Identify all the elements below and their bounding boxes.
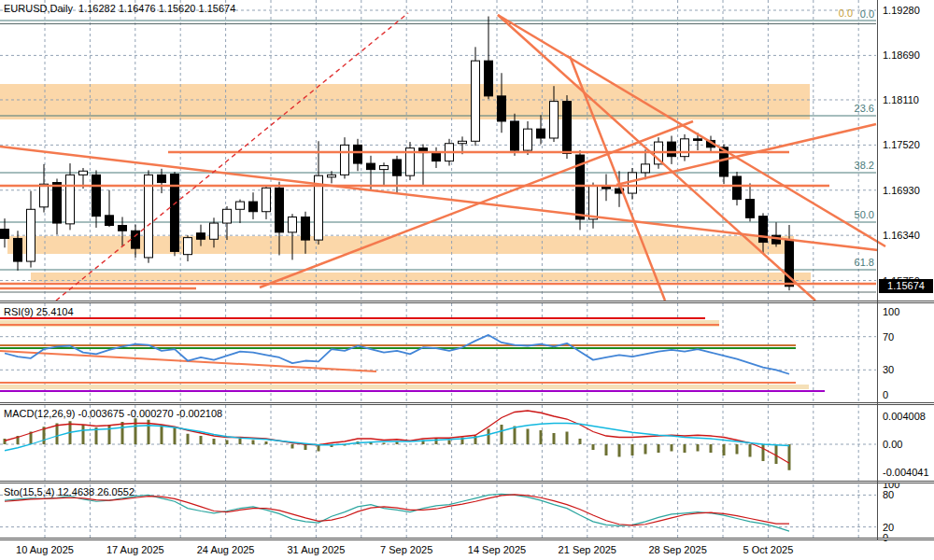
rsi-axis-tick: 100 <box>883 306 899 317</box>
sto-axis-tick: 20 <box>883 522 894 533</box>
price-axis-tick: 1.19280 <box>883 5 920 16</box>
fibonacci-level-label: 50.0 <box>855 209 874 220</box>
fibonacci-level-label: 0.0 <box>860 8 874 20</box>
symbol-ohlc-title: EURUSD,Daily 1.16282 1.16476 1.15620 1.1… <box>4 3 235 14</box>
panel-separator[interactable] <box>0 301 934 303</box>
rsi-indicator-label: RSI(9) 25.4104 <box>4 306 74 317</box>
price-axis-tick: 1.17520 <box>883 139 920 150</box>
date-axis-label: 24 Aug 2025 <box>197 544 255 555</box>
date-axis-label: 14 Sep 2025 <box>468 544 526 555</box>
fibonacci-level-label: 0.0 <box>839 7 853 19</box>
fibonacci-level-label: 23.6 <box>855 103 874 114</box>
date-axis-label: 17 Aug 2025 <box>106 544 164 555</box>
trading-chart-window: EURUSD,Daily 1.16282 1.16476 1.15620 1.1… <box>0 0 934 560</box>
macd-axis-tick: 0.004008 <box>883 411 926 422</box>
date-axis-label: 10 Aug 2025 <box>16 544 74 555</box>
panel-separator[interactable] <box>0 402 934 405</box>
date-axis-label: 31 Aug 2025 <box>287 544 345 555</box>
price-axis-tick: 1.18110 <box>883 94 919 105</box>
macd-axis-tick: 0.00 <box>883 439 902 450</box>
panel-separator <box>0 538 934 540</box>
price-axis-tick: 1.16340 <box>883 230 920 241</box>
rsi-axis-tick: 30 <box>883 364 894 375</box>
fibonacci-level-label: 61.8 <box>855 257 874 268</box>
date-axis-label: 5 Oct 2025 <box>743 544 793 555</box>
chart-canvas[interactable] <box>0 0 934 560</box>
rsi-axis-tick: 70 <box>883 331 894 343</box>
sto-axis-tick: 80 <box>883 489 894 500</box>
date-axis-label: 28 Sep 2025 <box>648 544 706 555</box>
macd-indicator-label: MACD(12,26,9) -0.003675 -0.000270 -0.002… <box>4 408 222 419</box>
price-axis-tick: 1.18690 <box>883 49 920 61</box>
rsi-axis-tick: 0 <box>883 389 888 400</box>
date-axis-label: 7 Sep 2025 <box>380 544 432 555</box>
price-axis-border <box>877 0 878 540</box>
date-axis-label: 21 Sep 2025 <box>559 544 616 555</box>
sto-indicator-label: Sto(15,5,4) 12.4638 26.0552 <box>4 486 134 497</box>
panel-separator[interactable] <box>0 481 934 483</box>
macd-axis-tick: -0.004041 <box>883 467 929 478</box>
fibonacci-level-label: 38.2 <box>855 160 874 171</box>
current-price-badge: 1.15674 <box>879 279 933 293</box>
price-axis-tick: 1.16930 <box>883 185 920 196</box>
